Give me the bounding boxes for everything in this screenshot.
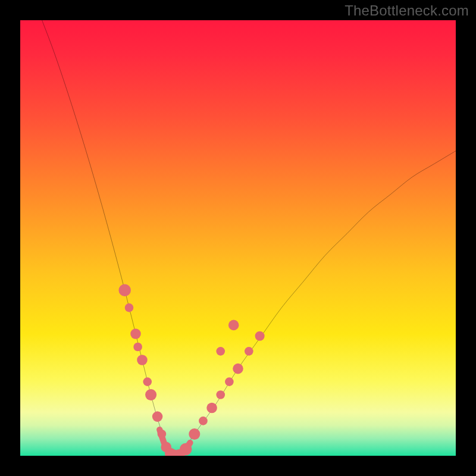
marker-dot [137, 355, 148, 365]
marker-dot [158, 430, 167, 439]
marker-dot [245, 347, 253, 356]
marker-dot [216, 347, 225, 356]
marker-dot [206, 403, 217, 414]
bottleneck-curve [42, 20, 456, 456]
marker-dot [118, 284, 130, 296]
curve-layer [20, 20, 456, 456]
marker-dot [228, 320, 239, 331]
marker-dot [152, 411, 163, 422]
marker-dot [233, 364, 243, 374]
marker-dot [255, 331, 265, 341]
marker-dot [130, 328, 141, 339]
marker-dot [216, 390, 225, 399]
marker-dot [180, 443, 192, 455]
marker-dot [133, 343, 142, 352]
marker-dot [225, 377, 234, 386]
markers-group [118, 284, 264, 456]
marker-dot [189, 428, 200, 440]
marker-dot [145, 389, 156, 400]
marker-dot [143, 377, 152, 386]
chart-frame: TheBottleneck.com [0, 0, 476, 476]
watermark-text: TheBottleneck.com [345, 2, 469, 19]
plot-area [20, 20, 456, 456]
marker-dot [199, 416, 208, 425]
marker-dot [125, 303, 134, 312]
